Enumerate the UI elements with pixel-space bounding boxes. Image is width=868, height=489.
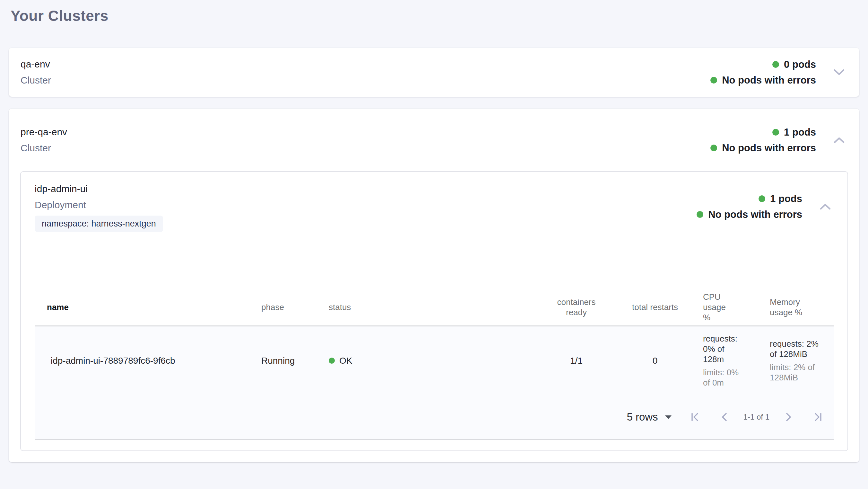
- cpu-requests-value: requests: 0% of 128m: [703, 334, 744, 364]
- memory-requests-value: requests: 2% of 128MiB: [770, 339, 822, 359]
- last-page-button[interactable]: [811, 410, 825, 424]
- pod-status-label: OK: [339, 356, 352, 366]
- pods-errors-line: No pods with errors: [710, 72, 816, 88]
- pod-memory-usage-cell: requests: 2% of 128MiB limits: 2% of 128…: [762, 339, 834, 383]
- pods-errors-line: No pods with errors: [710, 140, 816, 156]
- rows-per-page-select[interactable]: 5 rows: [627, 411, 671, 423]
- pods-count-line: 1 pods: [758, 191, 802, 207]
- pod-containers-ready-cell: 1/1: [537, 356, 616, 366]
- pod-name-cell: idp-admin-ui-7889789fc6-9f6cb: [35, 356, 259, 366]
- column-header-phase: phase: [259, 302, 327, 312]
- cluster-titles: pre-qa-env Cluster: [21, 124, 67, 156]
- cluster-name: qa-env: [21, 56, 51, 72]
- column-header-status: status: [327, 302, 537, 312]
- pods-errors-label: No pods with errors: [722, 140, 816, 156]
- chevron-down-icon: [833, 69, 845, 76]
- page-title: Your Clusters: [9, 3, 859, 24]
- green-status-dot-icon: [710, 145, 717, 151]
- cluster-card-header-pre-qa-env[interactable]: pre-qa-env Cluster 1 pods No pods with e…: [9, 109, 859, 171]
- cluster-kind-label: Cluster: [21, 140, 67, 156]
- pod-cpu-usage-cell: requests: 0% of 128m limits: 0% of 0m: [694, 334, 762, 388]
- pods-count-label: 1 pods: [784, 124, 816, 140]
- chevron-up-icon: [819, 203, 831, 210]
- green-status-dot-icon: [329, 357, 335, 364]
- chevron-up-icon: [833, 137, 845, 144]
- collapse-deployment-button[interactable]: [819, 200, 832, 213]
- pods-count-label: 0 pods: [784, 57, 816, 72]
- pods-errors-label: No pods with errors: [722, 72, 816, 88]
- caret-down-icon: [665, 415, 672, 419]
- memory-limits-value: limits: 2% of 128MiB: [770, 362, 822, 383]
- cluster-card-header-qa-env[interactable]: qa-env Cluster 0 pods No pods with error…: [9, 48, 859, 97]
- pods-errors-line: No pods with errors: [696, 207, 802, 222]
- column-header-containers-ready: containers ready: [537, 297, 616, 317]
- deployment-header[interactable]: idp-admin-ui Deployment namespace: harne…: [35, 181, 834, 232]
- cluster-card-qa-env: qa-env Cluster 0 pods No pods with error…: [9, 48, 859, 97]
- table-header-row: name phase status containers ready total…: [35, 289, 834, 326]
- green-status-dot-icon: [772, 129, 779, 136]
- pod-status-summary: 0 pods No pods with errors: [710, 57, 816, 88]
- chevron-left-icon: [720, 412, 730, 422]
- pods-count-line: 1 pods: [772, 124, 816, 140]
- collapse-cluster-button[interactable]: [833, 134, 845, 146]
- cluster-kind-label: Cluster: [21, 72, 51, 88]
- previous-page-button[interactable]: [718, 410, 732, 424]
- pod-status-summary: 1 pods No pods with errors: [696, 191, 802, 222]
- pagination-range-label: 1-1 of 1: [743, 412, 770, 422]
- cpu-limits-value: limits: 0% of 0m: [703, 367, 744, 388]
- green-status-dot-icon: [710, 77, 717, 84]
- first-page-button[interactable]: [688, 410, 702, 424]
- first-page-icon: [689, 412, 700, 422]
- namespace-badge: namespace: harness-nextgen: [35, 215, 163, 232]
- pods-count-line: 0 pods: [772, 57, 816, 72]
- pods-table: name phase status containers ready total…: [35, 289, 834, 440]
- cluster-card-pre-qa-env: pre-qa-env Cluster 1 pods No pods with e…: [9, 108, 859, 462]
- pods-errors-label: No pods with errors: [708, 207, 802, 222]
- pods-count-label: 1 pods: [770, 191, 802, 207]
- deployment-titles: idp-admin-ui Deployment namespace: harne…: [35, 181, 163, 232]
- deployment-card-idp-admin-ui: idp-admin-ui Deployment namespace: harne…: [20, 171, 848, 451]
- pod-status-cell: OK: [327, 356, 537, 366]
- green-status-dot-icon: [772, 61, 779, 68]
- cluster-titles: qa-env Cluster: [21, 56, 51, 88]
- chevron-right-icon: [783, 412, 793, 422]
- deployment-name: idp-admin-ui: [35, 181, 163, 197]
- expand-cluster-button[interactable]: [833, 66, 845, 79]
- pod-phase-cell: Running: [259, 356, 327, 366]
- last-page-icon: [813, 412, 824, 422]
- rows-per-page-label: 5 rows: [627, 411, 658, 423]
- green-status-dot-icon: [696, 211, 703, 218]
- column-header-memory-usage: Memory usage %: [762, 297, 834, 317]
- column-header-cpu-usage: CPU usage %: [694, 292, 762, 323]
- pod-status-summary: 1 pods No pods with errors: [710, 124, 816, 156]
- column-header-name: name: [35, 302, 259, 312]
- pod-total-restarts-cell: 0: [616, 356, 694, 366]
- deployment-kind-label: Deployment: [35, 197, 163, 213]
- table-row-pod: idp-admin-ui-7889789fc6-9f6cb Running OK…: [35, 326, 834, 395]
- next-page-button[interactable]: [781, 410, 795, 424]
- column-header-total-restarts: total restarts: [616, 302, 694, 312]
- table-pagination: 5 rows 1-1 of: [35, 395, 834, 440]
- clusters-page: Your Clusters qa-env Cluster 0 pods No p…: [0, 0, 868, 489]
- cluster-name: pre-qa-env: [21, 124, 67, 140]
- green-status-dot-icon: [758, 195, 765, 202]
